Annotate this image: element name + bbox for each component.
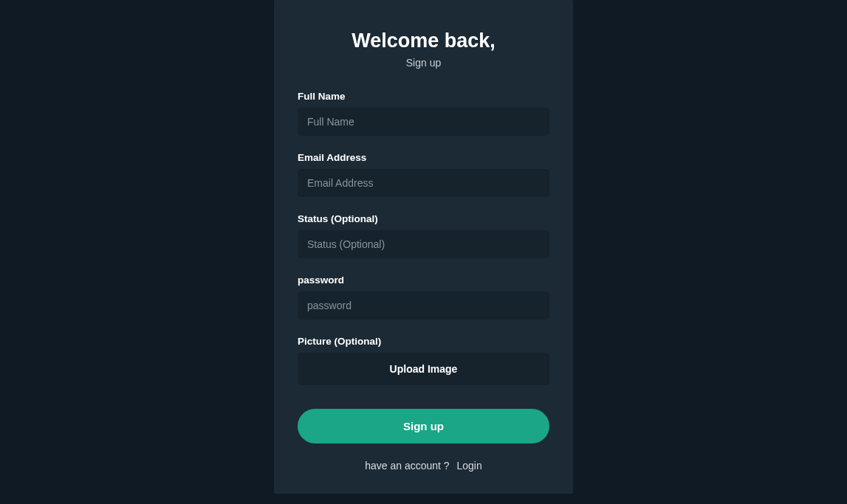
email-input[interactable]	[298, 169, 549, 197]
password-label: password	[298, 275, 549, 286]
picture-group: Picture (Optional) Upload Image	[298, 336, 549, 385]
status-input[interactable]	[298, 230, 549, 258]
signup-card: Welcome back, Sign up Full Name Email Ad…	[274, 0, 573, 494]
status-group: Status (Optional)	[298, 213, 549, 258]
page-title: Welcome back,	[298, 30, 549, 52]
picture-label: Picture (Optional)	[298, 336, 549, 347]
fullname-group: Full Name	[298, 91, 549, 136]
email-group: Email Address	[298, 152, 549, 197]
fullname-label: Full Name	[298, 91, 549, 102]
footer-text: have an account ?	[365, 460, 449, 472]
login-link[interactable]: Login	[457, 460, 482, 472]
fullname-input[interactable]	[298, 108, 549, 136]
status-label: Status (Optional)	[298, 213, 549, 224]
upload-image-button[interactable]: Upload Image	[298, 353, 549, 385]
password-input[interactable]	[298, 291, 549, 320]
password-group: password	[298, 275, 549, 320]
footer: have an account ? Login	[298, 460, 549, 472]
card-header: Welcome back, Sign up	[298, 30, 549, 69]
page-subtitle: Sign up	[298, 57, 549, 69]
email-label: Email Address	[298, 152, 549, 163]
signup-button[interactable]: Sign up	[298, 409, 549, 443]
